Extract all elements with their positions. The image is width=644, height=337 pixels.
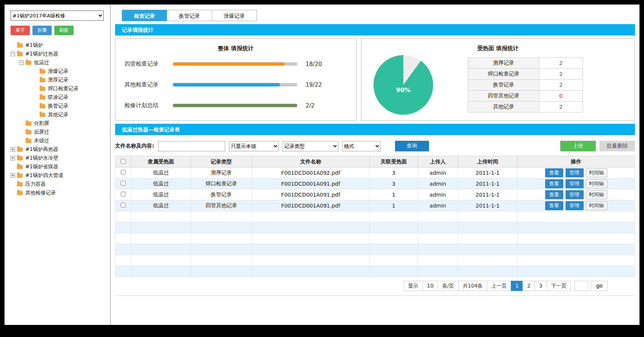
tab-1[interactable]: 检查记录 (122, 10, 167, 21)
bar-fill (173, 62, 285, 66)
scope-select[interactable]: 只显示本级 (229, 141, 279, 151)
row-checkbox[interactable] (121, 192, 126, 197)
page-size-cell[interactable]: 10 (423, 281, 438, 291)
column-header: 上传人 (418, 156, 458, 168)
bar-row: 其他检查记录19/22 (124, 74, 347, 95)
refresh-button[interactable]: 刷新 (54, 26, 74, 35)
table-cell: 换管记录 (191, 189, 252, 200)
folder-icon (40, 104, 45, 108)
timeline-button[interactable]: 时间轴 (586, 168, 607, 177)
select-all-checkbox[interactable] (121, 159, 126, 164)
tree-item[interactable]: #1锅炉 (11, 41, 105, 49)
prev-page-button[interactable]: 上一页 (487, 281, 511, 291)
folder-icon (17, 191, 23, 195)
expand-all-button[interactable]: 展开 (11, 26, 30, 35)
records-table: 隶属受热面记录类型文件名称关联受热面上传人上传时间操作 低温过测厚记录F001D… (115, 156, 635, 277)
folder-icon (17, 156, 23, 160)
tree-item[interactable]: +#1锅炉再热器 (11, 145, 105, 154)
tree-item[interactable]: +#1锅炉四大管道 (11, 171, 105, 180)
column-header: 操作 (518, 156, 635, 168)
filename-filter-input[interactable] (158, 141, 225, 151)
surface-stats-panel: 受热面 填报统计 90% 测厚记录2焊口检查记录2换管记录2四管其他记录0其他记… (361, 38, 635, 121)
table-cell: 四管其他记录 (191, 200, 252, 211)
row-checkbox[interactable] (121, 170, 126, 175)
pie-chart: 90% (373, 55, 433, 115)
timeline-button[interactable]: 时间轴 (586, 190, 607, 199)
page-number-1[interactable]: 1 (511, 281, 523, 291)
empty-table-row (115, 244, 635, 255)
row-checkbox[interactable] (121, 203, 126, 208)
tree-item-label: 低温过 (34, 59, 49, 66)
table-cell: admin (418, 168, 458, 179)
collapse-toggle-icon[interactable]: − (19, 60, 24, 65)
next-page-button[interactable]: 下一页 (547, 281, 571, 291)
folder-icon (26, 139, 31, 143)
folder-icon (26, 122, 31, 126)
query-button[interactable]: 查询 (395, 141, 429, 151)
tree-item[interactable]: #1锅炉省煤器 (11, 162, 105, 171)
empty-table-row (115, 211, 635, 222)
tree-item[interactable]: 其他记录 (33, 110, 105, 119)
tree-item[interactable]: 后屏过 (19, 128, 105, 136)
tree-item[interactable]: 喷涂记录 (33, 93, 105, 102)
column-header: 记录类型 (191, 156, 252, 168)
folder-icon (17, 148, 23, 152)
filename-filter-label: 文件名称及内容: (115, 143, 154, 149)
tree-item[interactable]: 分割屏 (19, 119, 105, 128)
expand-toggle-icon[interactable]: + (11, 173, 15, 178)
manage-button[interactable]: 管理 (566, 201, 584, 210)
page-jump-input[interactable] (575, 281, 588, 291)
collapse-toggle-icon[interactable]: − (11, 52, 15, 56)
tree-item[interactable]: +#1锅炉水冷壁 (11, 154, 105, 162)
table-cell: 测厚记录 (191, 168, 252, 179)
view-button[interactable]: 查看 (545, 168, 563, 177)
view-button[interactable]: 查看 (545, 179, 563, 188)
table-cell: admin (418, 200, 458, 211)
tree-item[interactable]: 泄爆记录 (33, 67, 105, 75)
record-type-select[interactable]: 记录类型 (283, 141, 338, 151)
view-button[interactable]: 查看 (545, 201, 563, 210)
row-checkbox[interactable] (121, 181, 126, 186)
manage-button[interactable]: 管理 (566, 168, 584, 177)
manage-button[interactable]: 管理 (566, 179, 584, 188)
overall-stats-panel: 整体 填报统计 四管检查记录18/20其他检查记录19/22检修计划总结2/2 (115, 38, 357, 121)
page-number-3[interactable]: 3 (535, 281, 547, 291)
empty-table-row (115, 266, 635, 277)
tree-item[interactable]: −#1锅炉过热器 (11, 49, 105, 58)
tree-item[interactable]: 末级过 (19, 136, 105, 145)
maintenance-plan-select[interactable]: #1锅炉2017年A级检修 (11, 11, 104, 21)
tree-item-label: 其他记录 (48, 111, 68, 118)
page-number-2[interactable]: 2 (523, 281, 535, 291)
tree-item[interactable]: 焊口检查记录 (33, 84, 105, 93)
tree-item[interactable]: 压力容器 (11, 180, 105, 188)
folder-icon (40, 78, 45, 82)
batch-delete-button[interactable]: 批量删除 (599, 141, 635, 151)
stats-banner: 记录填报统计 (115, 24, 635, 35)
bar-category-label: 检修计划总结 (124, 102, 173, 109)
tree-item[interactable]: −低温过 (19, 58, 105, 67)
tree-item-label: 分割屏 (34, 120, 49, 127)
total-count-label: 共104条 (458, 281, 487, 291)
manage-button[interactable]: 管理 (566, 190, 584, 199)
tree-item[interactable]: 其他检修记录 (11, 188, 105, 197)
bar-chart-title: 整体 填报统计 (124, 45, 347, 52)
collapse-all-button[interactable]: 折叠 (32, 26, 52, 35)
expand-toggle-icon[interactable]: + (11, 147, 15, 152)
format-select[interactable]: 格式 (342, 141, 381, 151)
upload-button[interactable]: 上传 (560, 141, 596, 151)
bar-row: 四管检查记录18/20 (124, 54, 347, 74)
view-button[interactable]: 查看 (545, 190, 563, 199)
expand-toggle-icon[interactable]: + (11, 156, 15, 160)
tree-item[interactable]: 测厚记录 (33, 75, 105, 84)
go-button[interactable]: go (591, 281, 608, 291)
tree-item-label: #1锅炉再热器 (25, 146, 58, 153)
timeline-button[interactable]: 时间轴 (586, 201, 607, 210)
timeline-button[interactable]: 时间轴 (586, 179, 607, 188)
tree-item[interactable]: 换管记录 (33, 102, 105, 110)
table-cell: 3 (370, 179, 418, 189)
tab-3[interactable]: 泄爆记录 (212, 10, 257, 21)
tab-2[interactable]: 换管记录 (167, 10, 212, 21)
main-content: 检查记录换管记录泄爆记录 记录填报统计 整体 填报统计 四管检查记录18/20其… (111, 5, 639, 325)
table-cell: 2011-1-1 (458, 179, 518, 189)
surface-stat-value: 2 (539, 58, 583, 69)
